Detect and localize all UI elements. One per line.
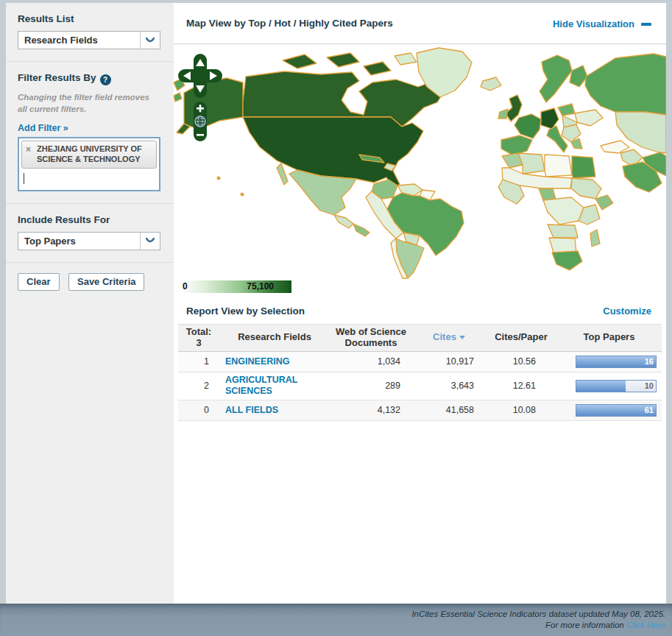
- filter-heading: Filter Results By?: [18, 72, 160, 85]
- report-table-body: 1ENGINEERING1,03410,91710.56162AGRICULTU…: [178, 352, 662, 421]
- field-cell: ALL FIELDS: [219, 405, 330, 416]
- map-legend: 0 75,100: [181, 280, 291, 293]
- map-panel-header: Map View by Top / Hot / Highly Cited Pap…: [174, 3, 666, 44]
- cites-cell: 10,917: [412, 356, 486, 367]
- zoom-out-icon[interactable]: [197, 134, 204, 136]
- top-papers-cell: 16: [556, 353, 662, 371]
- total-label: Total:: [180, 327, 218, 338]
- col-wos-documents: Web of Science Documents: [330, 325, 412, 351]
- filter-box[interactable]: × ZHEJIANG UNIVERSITY OF SCIENCE & TECHN…: [18, 137, 160, 191]
- filter-tag[interactable]: × ZHEJIANG UNIVERSITY OF SCIENCE & TECHN…: [21, 141, 157, 169]
- top-papers-bar: 16: [576, 356, 657, 368]
- rank-cell: 2: [178, 381, 219, 391]
- footer: InCites Essential Science Indicators dat…: [0, 604, 672, 636]
- field-link[interactable]: ENGINEERING: [225, 356, 290, 367]
- col-cites-label: Cites: [433, 331, 456, 342]
- legend-min: 0: [183, 281, 188, 292]
- app-window: Results List Research Fields Filter Resu…: [6, 3, 666, 604]
- sort-descending-icon: [459, 336, 465, 339]
- field-link[interactable]: ALL FIELDS: [225, 405, 278, 415]
- docs-cell: 4,132: [330, 405, 412, 415]
- footer-line2: For more information Click Here: [0, 620, 665, 631]
- include-results-heading: Include Results For: [18, 214, 160, 225]
- top-papers-value: 16: [645, 357, 654, 366]
- remove-filter-icon[interactable]: ×: [26, 144, 31, 155]
- chevron-down-icon: [140, 233, 160, 250]
- include-results-dropdown[interactable]: Top Papers: [18, 232, 160, 250]
- results-list-section: Results List Research Fields: [6, 3, 174, 62]
- world-map[interactable]: 0 75,100: [174, 44, 666, 297]
- choropleth-map-svg[interactable]: [174, 44, 666, 297]
- top-papers-value: 10: [645, 381, 654, 390]
- zoom-in-icon-v[interactable]: [199, 105, 202, 112]
- footer-line1: InCites Essential Science Indicators dat…: [0, 609, 665, 620]
- filter-input[interactable]: [21, 170, 157, 188]
- cites-per-paper-cell: 10.56: [486, 356, 556, 367]
- table-row: 1ENGINEERING1,03410,91710.5616: [178, 352, 662, 372]
- field-cell: AGRICULTURAL SCIENCES: [219, 375, 330, 397]
- cites-cell: 41,658: [412, 405, 486, 415]
- results-list-selected: Research Fields: [18, 32, 140, 49]
- add-filter-link[interactable]: Add Filter »: [18, 123, 68, 133]
- legend-max: 75,100: [247, 281, 274, 292]
- col-research-fields: Research Fields: [219, 330, 330, 345]
- col-top-papers: Top Papers: [556, 330, 662, 345]
- help-icon[interactable]: ?: [100, 74, 111, 85]
- top-papers-cell: 10: [556, 377, 662, 395]
- filter-tag-label: ZHEJIANG UNIVERSITY OF SCIENCE & TECHNOL…: [37, 144, 142, 163]
- table-header-row: Total: 3 Research Fields Web of Science …: [178, 324, 662, 352]
- map-panel-title: Map View by Top / Hot / Highly Cited Pap…: [186, 18, 393, 29]
- field-cell: ENGINEERING: [219, 356, 330, 367]
- col-wos-line2: Documents: [331, 338, 411, 349]
- top-papers-value: 61: [645, 406, 654, 414]
- filter-heading-label: Filter Results By: [18, 72, 96, 83]
- main-content: Map View by Top / Hot / Highly Cited Pap…: [174, 3, 666, 604]
- report-table: Total: 3 Research Fields Web of Science …: [178, 324, 662, 421]
- include-results-selected: Top Papers: [18, 233, 140, 250]
- sidebar-buttons: Clear Save Criteria: [6, 263, 174, 303]
- collapse-minus-icon[interactable]: [641, 23, 651, 26]
- include-results-section: Include Results For Top Papers: [6, 204, 174, 263]
- hide-visualization-link[interactable]: Hide Visualization: [553, 18, 634, 29]
- chevron-down-icon: [140, 32, 160, 49]
- filter-input-row: [21, 170, 157, 188]
- clear-button[interactable]: Clear: [18, 273, 60, 291]
- hide-visualization[interactable]: Hide Visualization: [553, 17, 651, 30]
- total-value: 3: [180, 338, 218, 349]
- top-papers-bar: 10: [576, 380, 657, 392]
- save-criteria-button[interactable]: Save Criteria: [68, 273, 145, 291]
- cites-per-paper-cell: 10.08: [486, 405, 556, 415]
- sidebar: Results List Research Fields Filter Resu…: [6, 3, 174, 604]
- col-cites-per-paper: Cites/Paper: [486, 330, 556, 345]
- field-link[interactable]: AGRICULTURAL SCIENCES: [225, 375, 297, 396]
- customize-link[interactable]: Customize: [603, 305, 651, 317]
- results-list-dropdown[interactable]: Research Fields: [18, 31, 160, 49]
- table-row: 2AGRICULTURAL SCIENCES2893,64312.6110: [178, 372, 662, 400]
- rank-cell: 1: [178, 356, 219, 367]
- docs-cell: 289: [330, 381, 412, 391]
- cites-per-paper-cell: 12.61: [486, 381, 556, 391]
- top-papers-cell: 61: [556, 401, 662, 420]
- filter-note: Changing the filter field removes all cu…: [18, 92, 160, 115]
- rank-cell: 0: [178, 405, 219, 415]
- table-row: 0ALL FIELDS4,13241,65810.0861: [178, 400, 662, 421]
- top-papers-bar: 61: [576, 404, 657, 417]
- col-wos-line1: Web of Science: [331, 327, 411, 338]
- click-here-link[interactable]: Click Here: [626, 621, 665, 629]
- col-cites-sortable[interactable]: Cites: [412, 330, 486, 345]
- bar-fill: [576, 381, 626, 392]
- report-title: Report View by Selection: [186, 305, 305, 317]
- cites-cell: 3,643: [412, 381, 486, 391]
- report-header: Report View by Selection Customize: [174, 297, 666, 324]
- text-cursor: [24, 173, 24, 184]
- footer-line2-text: For more information: [545, 621, 626, 629]
- results-list-heading: Results List: [18, 13, 160, 24]
- filter-section: Filter Results By? Changing the filter f…: [6, 62, 174, 204]
- total-header: Total: 3: [178, 325, 219, 351]
- docs-cell: 1,034: [330, 356, 412, 367]
